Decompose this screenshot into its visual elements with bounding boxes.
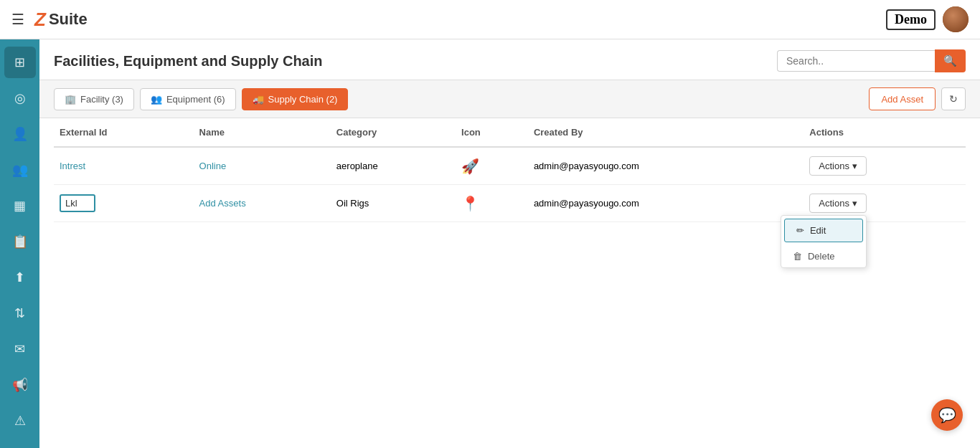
col-icon: Icon xyxy=(456,118,528,147)
row1-actions-cell: Actions ▾ xyxy=(804,147,966,185)
sidebar: ⊞ ◎ 👤 👥 ▦ 📋 ⬆ ⇅ ✉ 📢 ⚠ xyxy=(0,39,39,448)
sidebar-item-tools[interactable]: ⇅ xyxy=(4,297,36,329)
logo-text: Suite xyxy=(49,10,88,29)
col-external-id: External Id xyxy=(54,118,194,147)
people-icon: 👤 xyxy=(12,126,28,142)
facility-tab-label: Facility (3) xyxy=(80,94,123,105)
navbar-right: Demo xyxy=(886,6,969,32)
col-created-by: Created By xyxy=(528,118,804,147)
logo: Z Suite xyxy=(34,9,88,31)
search-icon: 🔍 xyxy=(943,54,957,67)
row2-icon: 📍 xyxy=(456,185,528,222)
aeroplane-icon: 🚀 xyxy=(461,158,479,174)
sidebar-item-group[interactable]: 👥 xyxy=(4,154,36,186)
assets-table: External Id Name Category Icon Created B… xyxy=(54,118,966,222)
chat-icon: 💬 xyxy=(938,406,956,424)
row2-name: Add Assets xyxy=(194,185,331,222)
oil-rigs-icon: 📍 xyxy=(461,196,479,211)
row1-category: aeroplane xyxy=(331,147,456,185)
supply-chain-tab-icon: 🚚 xyxy=(253,94,264,105)
demo-badge: Demo xyxy=(886,9,936,30)
delete-trash-icon: 🗑 xyxy=(793,251,802,262)
page-header: Facilities, Equipment and Supply Chain 🔍 xyxy=(39,39,980,80)
row2-dropdown-wrapper: Actions ▾ ✏ Edit 🗑 xyxy=(809,194,867,213)
delete-label: Delete xyxy=(808,251,835,262)
search-button[interactable]: 🔍 xyxy=(935,49,966,72)
location-icon: ◎ xyxy=(14,90,26,106)
edit-label: Edit xyxy=(810,225,826,236)
search-input[interactable] xyxy=(777,50,935,72)
row2-created-by: admin@payasyougo.com xyxy=(528,185,804,222)
row1-external-id-link[interactable]: Intrest xyxy=(60,161,85,171)
sidebar-item-upload[interactable]: ⬆ xyxy=(4,262,36,293)
content-area: Facilities, Equipment and Supply Chain 🔍… xyxy=(39,39,980,448)
add-asset-button[interactable]: Add Asset xyxy=(869,87,936,110)
edit-pencil-icon: ✏ xyxy=(796,225,804,236)
sidebar-item-dashboard[interactable]: ⊞ xyxy=(4,47,36,78)
row1-created-by: admin@payasyougo.com xyxy=(528,147,804,185)
tabs-right: Add Asset ↻ xyxy=(869,87,966,110)
upload-icon: ⬆ xyxy=(14,270,25,285)
row2-external-id-editable[interactable]: Lkl xyxy=(60,194,95,212)
row2-actions-caret-icon: ▾ xyxy=(852,198,857,209)
row1-actions-caret-icon: ▾ xyxy=(852,161,857,171)
row2-actions-cell: Actions ▾ ✏ Edit 🗑 xyxy=(804,185,966,222)
row1-icon: 🚀 xyxy=(456,147,528,185)
row1-external-id: Intrest xyxy=(54,147,194,185)
row2-name-link[interactable]: Add Assets xyxy=(199,198,246,209)
calendar-icon: ▦ xyxy=(14,198,26,214)
document-icon: 📋 xyxy=(12,234,28,249)
chat-bubble-button[interactable]: 💬 xyxy=(931,399,963,431)
warning-icon: ⚠ xyxy=(14,413,26,429)
sidebar-item-calendar[interactable]: ▦ xyxy=(4,190,36,221)
equipment-tab-label: Equipment (6) xyxy=(166,94,225,105)
row1-name: Online xyxy=(194,147,331,185)
delete-menu-item[interactable]: 🗑 Delete xyxy=(781,245,866,267)
tools-icon: ⇅ xyxy=(14,305,25,321)
facility-tab-icon: 🏢 xyxy=(65,94,76,105)
row2-actions-button[interactable]: Actions ▾ xyxy=(809,194,867,213)
table-row: Lkl Add Assets Oil Rigs 📍 admin@payasyou… xyxy=(54,185,966,222)
refresh-icon: ↻ xyxy=(949,93,958,105)
table-row: Intrest Online aeroplane 🚀 admin@payasyo… xyxy=(54,147,966,185)
row2-actions-label: Actions xyxy=(819,198,849,209)
search-box: 🔍 xyxy=(777,49,966,72)
col-actions: Actions xyxy=(804,118,966,147)
row2-dropdown-menu: ✏ Edit 🗑 Delete xyxy=(781,215,867,268)
tab-supply-chain[interactable]: 🚚 Supply Chain (2) xyxy=(242,88,349,110)
edit-menu-item[interactable]: ✏ Edit xyxy=(784,219,863,242)
sidebar-item-megaphone[interactable]: 📢 xyxy=(4,369,36,401)
row2-external-id: Lkl xyxy=(54,185,194,222)
row1-actions-label: Actions xyxy=(819,161,849,171)
sidebar-item-people[interactable]: 👤 xyxy=(4,118,36,150)
row2-category: Oil Rigs xyxy=(331,185,456,222)
col-category: Category xyxy=(331,118,456,147)
sidebar-item-document[interactable]: 📋 xyxy=(4,226,36,257)
page-title: Facilities, Equipment and Supply Chain xyxy=(54,53,323,70)
hamburger-icon[interactable]: ☰ xyxy=(11,11,24,28)
sidebar-item-mail[interactable]: ✉ xyxy=(4,333,36,365)
tab-equipment[interactable]: 👥 Equipment (6) xyxy=(140,88,236,110)
col-name: Name xyxy=(194,118,331,147)
table-header-row: External Id Name Category Icon Created B… xyxy=(54,118,966,147)
equipment-tab-icon: 👥 xyxy=(151,94,162,105)
main-layout: ⊞ ◎ 👤 👥 ▦ 📋 ⬆ ⇅ ✉ 📢 ⚠ xyxy=(0,39,980,448)
row1-name-link[interactable]: Online xyxy=(199,161,227,171)
sidebar-item-warning[interactable]: ⚠ xyxy=(4,405,36,437)
row1-actions-button[interactable]: Actions ▾ xyxy=(809,156,867,176)
avatar[interactable] xyxy=(943,6,969,32)
navbar: ☰ Z Suite Demo xyxy=(0,0,980,39)
supply-chain-tab-label: Supply Chain (2) xyxy=(268,94,338,105)
avatar-image xyxy=(943,6,969,32)
megaphone-icon: 📢 xyxy=(12,377,28,393)
group-icon: 👥 xyxy=(12,162,28,178)
tabs-left: 🏢 Facility (3) 👥 Equipment (6) 🚚 Supply … xyxy=(54,88,348,110)
sidebar-item-location[interactable]: ◎ xyxy=(4,82,36,114)
mail-icon: ✉ xyxy=(14,341,25,357)
logo-z: Z xyxy=(34,9,46,31)
table-container: External Id Name Category Icon Created B… xyxy=(39,118,980,448)
refresh-button[interactable]: ↻ xyxy=(941,87,966,110)
navbar-left: ☰ Z Suite xyxy=(11,9,88,31)
tab-facility[interactable]: 🏢 Facility (3) xyxy=(54,88,134,110)
dashboard-icon: ⊞ xyxy=(14,54,25,70)
